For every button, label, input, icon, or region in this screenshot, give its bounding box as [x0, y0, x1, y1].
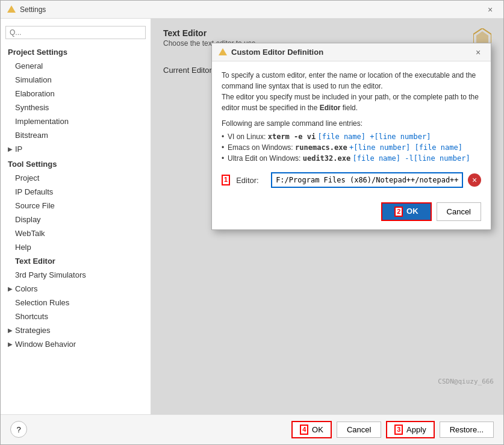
ok-badge: 2	[394, 207, 403, 217]
sidebar-item-elaboration[interactable]: Elaboration	[1, 87, 151, 101]
sidebar-item-simulation[interactable]: Simulation	[1, 73, 151, 87]
dialog-description: To specify a custom editor, enter the na…	[222, 70, 481, 113]
right-panel: Text Editor Choose the text editor to us…	[151, 19, 503, 414]
dialog-ok-button[interactable]: 2 OK	[381, 202, 431, 221]
apply-badge: 3	[394, 425, 403, 435]
ok-main-badge: 4	[300, 425, 308, 435]
dialog-icon	[218, 48, 228, 57]
bottom-bar: ? 4 OK Cancel 3 Apply Restore...	[1, 414, 503, 444]
dialog-title: Custom Editor Definition	[231, 48, 471, 57]
sidebar-item-3rd-party-simulators[interactable]: 3rd Party Simulators	[1, 268, 151, 282]
dialog-body: To specify a custom editor, enter the na…	[212, 61, 491, 196]
svg-marker-0	[7, 5, 16, 13]
svg-marker-3	[219, 48, 227, 55]
dialog-close-button[interactable]: ×	[471, 46, 485, 59]
ok-label: OK	[406, 207, 418, 216]
app-icon	[7, 5, 16, 14]
sidebar-item-label: Strategies	[15, 326, 51, 335]
cmd-list-item: Emacs on Windows: runemacs.exe +[line nu…	[222, 142, 481, 153]
sidebar-item-label: Colors	[15, 284, 38, 293]
strategies-arrow-icon: ▶	[8, 327, 13, 334]
dialog-overlay: Custom Editor Definition × To specify a …	[151, 19, 503, 414]
editor-input-row: 1 Editor: ×	[222, 172, 481, 188]
cmd-list: VI on Linux: xterm -e vi [file name] +[l…	[222, 131, 481, 164]
bottom-spacer: ?	[10, 421, 287, 438]
editor-path-input[interactable]	[271, 172, 463, 188]
ip-arrow-icon: ▶	[8, 146, 13, 152]
project-settings-label: Project Settings	[1, 44, 151, 59]
sidebar-item-label: IP	[15, 145, 22, 154]
editor-clear-button[interactable]: ×	[468, 173, 481, 187]
sidebar-item-window-behavior[interactable]: ▶ Window Behavior	[1, 337, 151, 351]
input-badge: 1	[222, 175, 230, 185]
sidebar-item-bitstream[interactable]: Bitstream	[1, 128, 151, 142]
sidebar-item-project[interactable]: Project	[1, 171, 151, 185]
sidebar-item-label: Window Behavior	[15, 340, 76, 349]
search-area[interactable]	[1, 23, 151, 44]
sidebar: Project Settings General Simulation Elab…	[1, 19, 151, 414]
sidebar-item-synthesis[interactable]: Synthesis	[1, 101, 151, 114]
sidebar-item-webtalk[interactable]: WebTalk	[1, 226, 151, 240]
sidebar-item-ip-defaults[interactable]: IP Defaults	[1, 185, 151, 199]
ok-main-label: OK	[312, 425, 323, 434]
help-button[interactable]: ?	[10, 421, 27, 438]
restore-button[interactable]: Restore...	[440, 422, 494, 438]
sidebar-item-source-file[interactable]: Source File	[1, 199, 151, 213]
sidebar-item-selection-rules[interactable]: Selection Rules	[1, 296, 151, 310]
settings-window: Settings × Project Settings General Simu…	[0, 0, 504, 445]
sidebar-item-ip[interactable]: ▶ IP	[1, 142, 151, 156]
colors-arrow-icon: ▶	[8, 285, 13, 292]
sidebar-item-display[interactable]: Display	[1, 213, 151, 226]
dialog-title-bar: Custom Editor Definition ×	[212, 43, 491, 61]
sidebar-item-general[interactable]: General	[1, 59, 151, 73]
editor-input-label: Editor:	[236, 176, 266, 185]
dialog-buttons: 2 OK Cancel	[212, 196, 491, 229]
ok-button[interactable]: 4 OK	[291, 421, 332, 438]
apply-button[interactable]: 3 Apply	[386, 421, 434, 438]
cmd-list-item: Ultra Edit on Windows: uedit32.exe [file…	[222, 153, 481, 164]
tool-settings-label: Tool Settings	[1, 156, 151, 171]
sidebar-item-colors[interactable]: ▶ Colors	[1, 282, 151, 296]
sidebar-item-implementation[interactable]: Implementation	[1, 114, 151, 128]
sidebar-item-help[interactable]: Help	[1, 240, 151, 254]
cmd-list-item: VI on Linux: xterm -e vi [file name] +[l…	[222, 131, 481, 142]
watermark: CSDN@qiuzy_666	[438, 378, 494, 385]
sidebar-item-shortcuts[interactable]: Shortcuts	[1, 310, 151, 323]
apply-label: Apply	[406, 425, 426, 434]
sidebar-item-text-editor[interactable]: Text Editor	[1, 254, 151, 268]
cancel-button[interactable]: Cancel	[337, 422, 381, 438]
cmd-list-label: Following are sample command line entrie…	[222, 119, 481, 128]
title-bar: Settings ×	[1, 1, 503, 19]
window-behavior-arrow-icon: ▶	[8, 341, 13, 347]
dialog-cancel-button[interactable]: Cancel	[437, 202, 481, 221]
sidebar-item-strategies[interactable]: ▶ Strategies	[1, 323, 151, 337]
window-close-button[interactable]: ×	[483, 2, 497, 17]
custom-editor-dialog: Custom Editor Definition × To specify a …	[211, 43, 491, 230]
search-input[interactable]	[5, 26, 146, 39]
main-content: Project Settings General Simulation Elab…	[1, 19, 503, 414]
window-title: Settings	[20, 5, 483, 14]
